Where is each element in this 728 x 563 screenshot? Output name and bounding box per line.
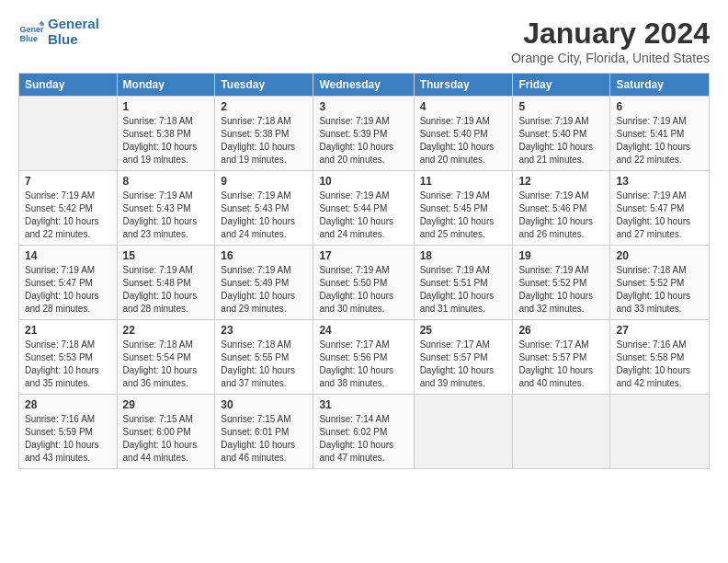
day-number: 15 (123, 249, 210, 262)
day-number: 14 (25, 249, 111, 262)
day-detail: Sunrise: 7:14 AMSunset: 6:02 PMDaylight:… (319, 413, 407, 465)
day-number: 20 (616, 249, 703, 262)
calendar: SundayMondayTuesdayWednesdayThursdayFrid… (18, 73, 710, 469)
day-number: 26 (518, 324, 604, 337)
calendar-cell: 31Sunrise: 7:14 AMSunset: 6:02 PMDayligh… (313, 395, 414, 469)
calendar-header-tuesday: Tuesday (215, 74, 313, 97)
calendar-header-row: SundayMondayTuesdayWednesdayThursdayFrid… (19, 74, 710, 97)
day-number: 24 (319, 324, 407, 337)
day-number: 2 (221, 100, 307, 113)
day-detail: Sunrise: 7:18 AMSunset: 5:38 PMDaylight:… (123, 115, 210, 167)
day-number: 10 (319, 175, 407, 188)
calendar-week-4: 21Sunrise: 7:18 AMSunset: 5:53 PMDayligh… (19, 320, 710, 395)
calendar-cell: 23Sunrise: 7:18 AMSunset: 5:55 PMDayligh… (215, 320, 313, 395)
calendar-body: 1Sunrise: 7:18 AMSunset: 5:38 PMDaylight… (19, 97, 710, 469)
day-number: 27 (616, 324, 703, 337)
calendar-cell: 26Sunrise: 7:17 AMSunset: 5:57 PMDayligh… (513, 320, 610, 395)
day-detail: Sunrise: 7:19 AMSunset: 5:47 PMDaylight:… (616, 190, 703, 241)
day-number: 22 (123, 324, 210, 337)
day-number: 16 (221, 249, 307, 262)
calendar-week-1: 1Sunrise: 7:18 AMSunset: 5:38 PMDaylight… (19, 97, 710, 171)
day-detail: Sunrise: 7:15 AMSunset: 6:01 PMDaylight:… (221, 413, 307, 465)
calendar-cell (610, 395, 710, 469)
day-number: 7 (25, 175, 111, 188)
day-number: 13 (616, 175, 703, 188)
day-number: 6 (616, 100, 703, 113)
day-detail: Sunrise: 7:19 AMSunset: 5:46 PMDaylight:… (518, 190, 604, 241)
page: General Blue General Blue January 2024 O… (0, 0, 728, 563)
day-number: 5 (518, 100, 604, 113)
day-number: 8 (123, 175, 210, 188)
day-number: 18 (420, 249, 507, 262)
day-detail: Sunrise: 7:15 AMSunset: 6:00 PMDaylight:… (123, 413, 210, 465)
calendar-cell: 20Sunrise: 7:18 AMSunset: 5:52 PMDayligh… (610, 246, 710, 320)
calendar-header-wednesday: Wednesday (313, 74, 414, 97)
day-number: 1 (123, 100, 210, 113)
calendar-cell (513, 395, 610, 469)
day-detail: Sunrise: 7:19 AMSunset: 5:41 PMDaylight:… (616, 115, 703, 167)
day-number: 21 (25, 324, 111, 337)
calendar-header-sunday: Sunday (19, 74, 118, 97)
day-number: 29 (123, 398, 210, 411)
calendar-week-5: 28Sunrise: 7:16 AMSunset: 5:59 PMDayligh… (19, 395, 710, 469)
day-number: 9 (221, 175, 307, 188)
calendar-header-saturday: Saturday (610, 74, 710, 97)
day-number: 23 (221, 324, 307, 337)
day-number: 31 (319, 398, 407, 411)
day-number: 17 (319, 249, 407, 262)
svg-text:Blue: Blue (19, 33, 38, 42)
day-detail: Sunrise: 7:19 AMSunset: 5:48 PMDaylight:… (123, 264, 210, 316)
svg-text:General: General (19, 25, 44, 34)
calendar-cell (414, 395, 513, 469)
calendar-week-2: 7Sunrise: 7:19 AMSunset: 5:42 PMDaylight… (19, 171, 710, 246)
calendar-cell (19, 97, 118, 171)
calendar-cell: 19Sunrise: 7:19 AMSunset: 5:52 PMDayligh… (513, 246, 610, 320)
header: General Blue General Blue January 2024 O… (18, 17, 710, 65)
day-detail: Sunrise: 7:19 AMSunset: 5:47 PMDaylight:… (25, 264, 111, 316)
calendar-cell: 9Sunrise: 7:19 AMSunset: 5:43 PMDaylight… (215, 171, 313, 246)
calendar-cell: 6Sunrise: 7:19 AMSunset: 5:41 PMDaylight… (610, 97, 710, 171)
day-detail: Sunrise: 7:19 AMSunset: 5:44 PMDaylight:… (319, 190, 407, 241)
calendar-cell: 29Sunrise: 7:15 AMSunset: 6:00 PMDayligh… (117, 395, 215, 469)
calendar-header-monday: Monday (117, 74, 215, 97)
day-detail: Sunrise: 7:19 AMSunset: 5:39 PMDaylight:… (319, 115, 407, 167)
day-detail: Sunrise: 7:19 AMSunset: 5:43 PMDaylight:… (123, 190, 210, 241)
calendar-cell: 4Sunrise: 7:19 AMSunset: 5:40 PMDaylight… (414, 97, 513, 171)
subtitle: Orange City, Florida, United States (511, 51, 710, 65)
logo: General Blue General Blue (18, 17, 99, 47)
day-detail: Sunrise: 7:19 AMSunset: 5:42 PMDaylight:… (25, 190, 111, 241)
day-detail: Sunrise: 7:18 AMSunset: 5:55 PMDaylight:… (221, 339, 307, 390)
logo-text-blue: Blue (48, 32, 99, 48)
calendar-cell: 30Sunrise: 7:15 AMSunset: 6:01 PMDayligh… (215, 395, 313, 469)
calendar-cell: 1Sunrise: 7:18 AMSunset: 5:38 PMDaylight… (117, 97, 215, 171)
main-title: January 2024 (511, 17, 710, 51)
day-detail: Sunrise: 7:19 AMSunset: 5:52 PMDaylight:… (518, 264, 604, 316)
day-detail: Sunrise: 7:16 AMSunset: 5:58 PMDaylight:… (616, 339, 703, 390)
day-number: 25 (420, 324, 507, 337)
calendar-cell: 8Sunrise: 7:19 AMSunset: 5:43 PMDaylight… (117, 171, 215, 246)
calendar-cell: 13Sunrise: 7:19 AMSunset: 5:47 PMDayligh… (610, 171, 710, 246)
day-detail: Sunrise: 7:19 AMSunset: 5:51 PMDaylight:… (420, 264, 507, 316)
calendar-cell: 12Sunrise: 7:19 AMSunset: 5:46 PMDayligh… (513, 171, 610, 246)
day-detail: Sunrise: 7:19 AMSunset: 5:50 PMDaylight:… (319, 264, 407, 316)
logo-text-general: General (48, 17, 99, 32)
calendar-header-thursday: Thursday (414, 74, 513, 97)
day-detail: Sunrise: 7:19 AMSunset: 5:40 PMDaylight:… (518, 115, 604, 167)
calendar-cell: 2Sunrise: 7:18 AMSunset: 5:38 PMDaylight… (215, 97, 313, 171)
title-block: January 2024 Orange City, Florida, Unite… (511, 17, 710, 65)
calendar-cell: 18Sunrise: 7:19 AMSunset: 5:51 PMDayligh… (414, 246, 513, 320)
day-detail: Sunrise: 7:18 AMSunset: 5:53 PMDaylight:… (25, 339, 111, 390)
calendar-cell: 14Sunrise: 7:19 AMSunset: 5:47 PMDayligh… (19, 246, 118, 320)
calendar-cell: 25Sunrise: 7:17 AMSunset: 5:57 PMDayligh… (414, 320, 513, 395)
day-detail: Sunrise: 7:18 AMSunset: 5:54 PMDaylight:… (123, 339, 210, 390)
calendar-header-friday: Friday (513, 74, 610, 97)
day-number: 28 (25, 398, 111, 411)
calendar-cell: 7Sunrise: 7:19 AMSunset: 5:42 PMDaylight… (19, 171, 118, 246)
day-detail: Sunrise: 7:19 AMSunset: 5:49 PMDaylight:… (221, 264, 307, 316)
calendar-cell: 11Sunrise: 7:19 AMSunset: 5:45 PMDayligh… (414, 171, 513, 246)
day-number: 11 (420, 175, 507, 188)
day-detail: Sunrise: 7:18 AMSunset: 5:38 PMDaylight:… (221, 115, 307, 167)
day-number: 3 (319, 100, 407, 113)
day-detail: Sunrise: 7:17 AMSunset: 5:57 PMDaylight:… (518, 339, 604, 390)
day-number: 4 (420, 100, 507, 113)
